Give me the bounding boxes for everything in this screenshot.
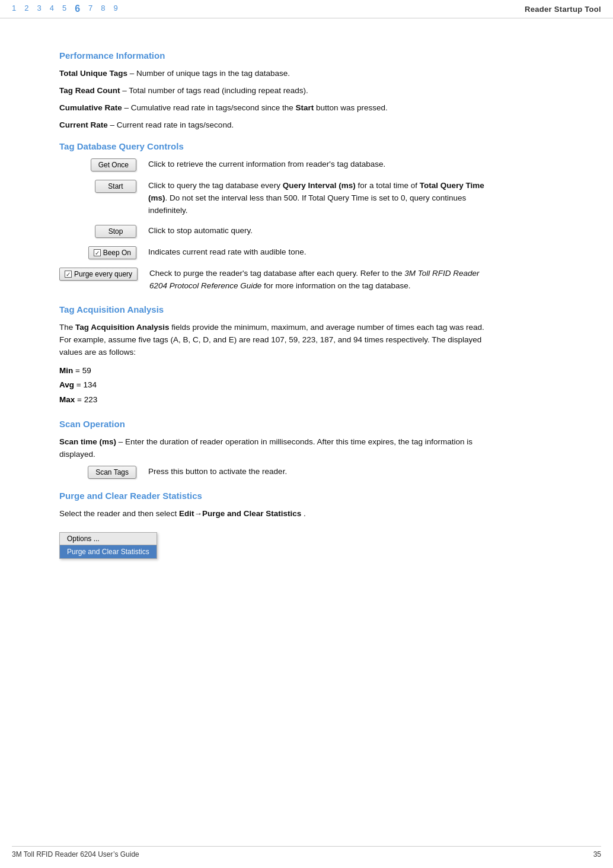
stat-avg-value: = 134 [76,380,97,389]
purge-every-query-container: ✓ Purge every query [59,268,138,281]
purge-every-query-checkbox-label[interactable]: ✓ Purge every query [59,268,138,281]
start-button-container: Start [59,180,136,193]
stat-min-value: = 59 [75,366,91,375]
purge-clear-heading: Purge and Clear Reader Statistics [59,491,498,501]
scan-tags-description: Press this button to activate the reader… [148,466,498,478]
page-title: Reader Startup Tool [525,5,601,14]
beep-on-description: Indicates current read rate with audible… [148,246,498,259]
get-once-description: Click to retrieve the current informatio… [148,158,498,171]
tag-acquisition-bold: Tag Acquisition Analysis [75,323,170,332]
total-unique-tags-def: – Number of unique tags in the tag datab… [130,69,290,78]
footer: 3M Toll RFID Reader 6204 User’s Guide 35 [12,846,601,859]
purge-every-query-row: ✓ Purge every query Check to purge the r… [59,268,498,292]
stat-avg: Avg = 134 [59,378,498,392]
nav-5[interactable]: 5 [62,4,66,14]
cumulative-rate-end: button was pressed. [316,103,388,112]
scan-tags-row: Scan Tags Press this button to activate … [59,466,498,479]
nav-3[interactable]: 3 [37,4,41,14]
stop-description: Click to stop automatic query. [148,225,498,237]
beep-on-row: ✓ Beep On Indicates current read rate wi… [59,246,498,259]
start-description: Click to query the tag database every Qu… [148,180,498,217]
options-menu-title: Options ... [60,533,157,545]
beep-on-label-text: Beep On [103,249,131,257]
chapter-nav[interactable]: 1 2 3 4 5 6 7 8 9 [12,4,118,14]
total-unique-tags-para: Total Unique Tags – Number of unique tag… [59,68,498,80]
total-unique-tags-term: Total Unique Tags [59,69,127,78]
tag-read-count-term: Tag Read Count [59,86,120,95]
get-once-row: Get Once Click to retrieve the current i… [59,158,498,171]
stat-avg-label: Avg [59,380,74,389]
stat-min: Min = 59 [59,364,498,378]
footer-right: 35 [593,850,601,859]
tag-acquisition-intro-text: The [59,323,75,332]
current-rate-def: – Current read rate in tags/second. [110,120,234,129]
beep-on-control-container: ✓ Beep On [59,246,136,259]
tag-read-count-para: Tag Read Count – Total number of tags re… [59,85,498,97]
scan-time-term: Scan time (ms) [59,437,116,446]
purge-clear-statistics-menu-item[interactable]: Purge and Clear Statistics [60,545,157,558]
stat-max-value: = 223 [77,395,97,404]
nav-4[interactable]: 4 [50,4,54,14]
scan-tags-button[interactable]: Scan Tags [88,466,136,479]
stop-row: Stop Click to stop automatic query. [59,225,498,238]
cumulative-rate-term: Cumulative Rate [59,103,122,112]
purge-clear-description: Select the reader and then select Edit→P… [59,508,498,520]
scan-time-def: – Enter the duration of reader operation… [59,437,472,459]
current-rate-term: Current Rate [59,120,108,129]
purge-every-query-label-text: Purge every query [74,270,132,278]
nav-2[interactable]: 2 [24,4,28,14]
tag-acquisition-intro: The Tag Acquisition Analysis fields prov… [59,322,498,359]
purge-clear-bold: Edit→Purge and Clear Statistics [179,509,301,518]
tag-read-count-def: – Total number of tags read (including r… [122,86,308,95]
stat-min-label: Min [59,366,73,375]
start-row: Start Click to query the tag database ev… [59,180,498,217]
main-content: Performance Information Total Unique Tag… [0,18,534,577]
nav-9[interactable]: 9 [114,4,118,14]
get-once-button-container: Get Once [59,158,136,171]
scan-tags-button-container: Scan Tags [59,466,136,479]
scan-operation-heading: Scan Operation [59,419,498,429]
nav-6-active[interactable]: 6 [75,4,80,14]
nav-8[interactable]: 8 [101,4,105,14]
get-once-button[interactable]: Get Once [91,158,136,171]
tag-db-query-heading: Tag Database Query Controls [59,141,498,151]
start-button[interactable]: Start [95,180,136,193]
options-menu: Options ... Purge and Clear Statistics [59,532,157,559]
top-navigation: 1 2 3 4 5 6 7 8 9 Reader Startup Tool [0,0,613,18]
nav-7[interactable]: 7 [88,4,92,14]
purge-every-query-checkbox-box: ✓ [65,271,72,278]
performance-info-heading: Performance Information [59,50,498,61]
stat-max: Max = 223 [59,393,498,407]
reference-guide-italic: 3M Toll RFID Reader 6204 Protocol Refere… [149,269,479,290]
cumulative-rate-start: Start [295,103,314,112]
stop-button[interactable]: Stop [95,225,136,238]
stop-button-container: Stop [59,225,136,238]
query-interval-bold: Query Interval (ms) [283,181,356,190]
nav-1[interactable]: 1 [12,4,16,14]
footer-left: 3M Toll RFID Reader 6204 User’s Guide [12,850,139,859]
purge-clear-period: . [304,509,306,518]
stat-max-label: Max [59,395,75,404]
beep-on-checkbox-label[interactable]: ✓ Beep On [88,246,136,259]
cumulative-rate-def: – Cumulative read rate in tags/second si… [124,103,296,112]
cumulative-rate-para: Cumulative Rate – Cumulative read rate i… [59,102,498,115]
purge-clear-desc-text: Select the reader and then select [59,509,179,518]
scan-time-para: Scan time (ms) – Enter the duration of r… [59,436,498,461]
tag-acquisition-heading: Tag Acquisition Analysis [59,304,498,314]
purge-every-query-description: Check to purge the reader's tag database… [149,268,498,292]
beep-on-checkbox-box: ✓ [94,249,101,256]
current-rate-para: Current Rate – Current read rate in tags… [59,119,498,132]
